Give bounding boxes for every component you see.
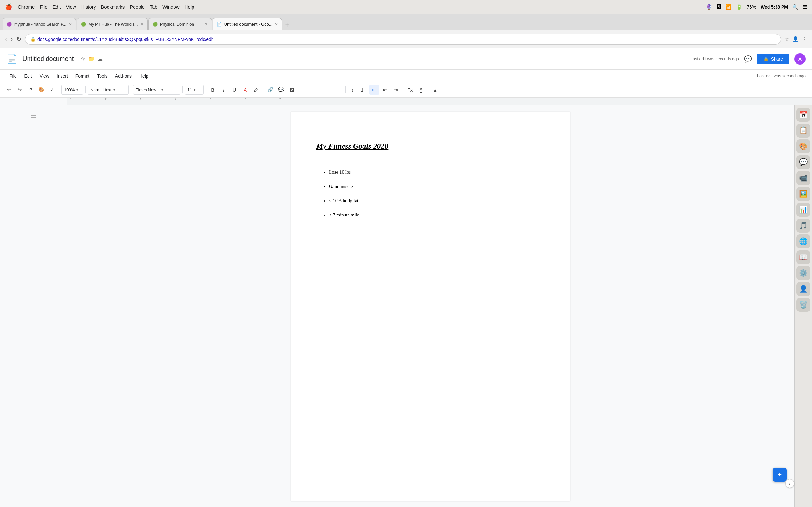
menu-item-tools[interactable]: Tools <box>94 72 111 80</box>
new-tab-button[interactable]: + <box>283 21 292 29</box>
expand-toolbar-button[interactable]: ▲ <box>430 84 440 95</box>
tab-close-docs[interactable]: ✕ <box>275 22 278 26</box>
sidebar-trash-icon[interactable]: 🗑️ <box>797 298 810 312</box>
sidebar-maps-icon[interactable]: 🌐 <box>797 234 810 248</box>
reload-button[interactable]: ↻ <box>16 36 21 43</box>
user-avatar[interactable]: A <box>794 53 806 65</box>
apple-menu[interactable]: 🍎 <box>5 3 12 10</box>
numbered-list-button[interactable]: 1≡ <box>358 84 368 95</box>
menu-item-view[interactable]: View <box>37 72 52 80</box>
insert-sidebar-button[interactable]: + <box>773 468 786 482</box>
list-item-1[interactable]: Lose 10 lbs <box>329 170 545 175</box>
size-selector[interactable]: 11 ▾ <box>185 84 204 95</box>
menu-history[interactable]: History <box>81 4 96 9</box>
menu-edit[interactable]: Edit <box>53 4 61 9</box>
cloud-icon[interactable]: ☁ <box>98 56 103 62</box>
tab-mypthub[interactable]: 🟣 mypthub - Yahoo Search P... ✕ <box>3 18 76 30</box>
sidebar-user-icon[interactable]: 👤 <box>797 282 810 296</box>
menu-item-format[interactable]: Format <box>72 72 93 80</box>
menu-window[interactable]: Window <box>162 4 179 9</box>
menu-item-edit[interactable]: Edit <box>21 72 35 80</box>
list-item-2[interactable]: Gain muscle <box>329 184 545 189</box>
menu-view[interactable]: View <box>66 4 76 9</box>
font-selector[interactable]: Times New... ▾ <box>133 84 181 95</box>
star-icon[interactable]: ☆ <box>81 56 85 62</box>
zoom-selector[interactable]: 100% ▾ <box>61 84 84 95</box>
tab-ptHub[interactable]: 🟢 My PT Hub - The World's... ✕ <box>77 18 148 30</box>
sidebar-sheets-icon[interactable]: 📊 <box>797 203 810 217</box>
increase-indent-button[interactable]: ⇥ <box>391 84 401 95</box>
print-button[interactable]: 🖨 <box>26 84 36 95</box>
collapse-sidebar-button[interactable]: ‹ <box>785 479 794 488</box>
tab-close-mypthub[interactable]: ✕ <box>69 22 72 26</box>
sidebar-chat-icon[interactable]: 💬 <box>797 155 810 169</box>
share-button[interactable]: 🔒 Share <box>757 54 789 64</box>
bold-button[interactable]: B <box>208 84 218 95</box>
clear-formatting-button[interactable]: Tx <box>405 84 415 95</box>
menu-item-addons[interactable]: Add-ons <box>112 72 135 80</box>
menu-item-insert[interactable]: Insert <box>54 72 71 80</box>
bookmark-star-icon[interactable]: ☆ <box>785 36 789 42</box>
back-button[interactable]: ‹ <box>5 36 7 43</box>
paint-format-button[interactable]: 🎨 <box>36 84 46 95</box>
align-right-button[interactable]: ≡ <box>322 84 333 95</box>
highlight-button[interactable]: 🖊 <box>251 84 261 95</box>
align-justify-button[interactable]: ≡ <box>334 84 344 95</box>
tab-close-physdom[interactable]: ✕ <box>205 22 208 26</box>
sidebar-photos-icon[interactable]: 🖼️ <box>797 187 810 201</box>
menu-help[interactable]: Help <box>185 4 194 9</box>
tab-docs[interactable]: 📄 Untitled document - Goo... ✕ <box>212 18 282 30</box>
align-left-button[interactable]: ≡ <box>301 84 311 95</box>
profile-icon[interactable]: 👤 <box>792 36 799 42</box>
menu-people[interactable]: People <box>130 4 145 9</box>
page-container[interactable]: My Fitness Goals 2020 Lose 10 lbs Gain m… <box>67 105 794 507</box>
insert-image-button[interactable]: 🖼 <box>287 84 297 95</box>
underline-button[interactable]: U <box>229 84 240 95</box>
redo-button[interactable]: ↪ <box>14 84 25 95</box>
tab-close-ptHub[interactable]: ✕ <box>141 22 144 26</box>
siri-icon[interactable]: 🔮 <box>706 4 712 10</box>
menu-item-help[interactable]: Help <box>136 72 152 80</box>
list-item-4[interactable]: < 7 minute mile <box>329 212 545 218</box>
address-bar[interactable]: 🔒 docs.google.com/document/d/11YXuckB8dt… <box>25 34 781 45</box>
link-button[interactable]: 🔗 <box>265 84 275 95</box>
align-center-button[interactable]: ≡ <box>312 84 322 95</box>
control-icon[interactable]: ☰ <box>803 4 807 10</box>
comment-button[interactable]: 💬 <box>744 55 752 63</box>
line-spacing-button[interactable]: ↕ <box>348 84 358 95</box>
search-icon[interactable]: 🔍 <box>792 4 798 10</box>
wifi-icon[interactable]: 📶 <box>726 4 732 10</box>
text-highlight-button[interactable]: A̲ <box>416 84 426 95</box>
font-color-button[interactable]: A <box>240 84 250 95</box>
menu-item-file[interactable]: File <box>6 72 20 80</box>
sidebar-books-icon[interactable]: 📖 <box>797 250 810 264</box>
spell-check-button[interactable]: ✓ <box>47 84 57 95</box>
list-item-3[interactable]: < 10% body fat <box>329 198 545 204</box>
style-selector[interactable]: Normal text ▾ <box>88 84 129 95</box>
italic-button[interactable]: I <box>218 84 229 95</box>
sidebar-music-icon[interactable]: 🎵 <box>797 219 810 233</box>
decrease-indent-button[interactable]: ⇤ <box>380 84 390 95</box>
folder-icon[interactable]: 📁 <box>88 56 95 62</box>
sidebar-color-icon[interactable]: 🎨 <box>797 139 810 153</box>
tab-physdom[interactable]: 🟢 Physical Dominion ✕ <box>148 18 212 30</box>
document-list[interactable]: Lose 10 lbs Gain muscle < 10% body fat <… <box>316 170 545 218</box>
undo-button[interactable]: ↩ <box>4 84 14 95</box>
sidebar-meet-icon[interactable]: 📹 <box>797 171 810 185</box>
menu-tab[interactable]: Tab <box>150 4 157 9</box>
insert-comment-button[interactable]: 💬 <box>276 84 286 95</box>
extensions-icon[interactable]: ⋮ <box>802 36 807 42</box>
menu-file[interactable]: File <box>40 4 47 9</box>
document-page[interactable]: My Fitness Goals 2020 Lose 10 lbs Gain m… <box>291 112 570 501</box>
doc-title-bar[interactable]: Untitled document <box>22 55 73 62</box>
menu-bookmarks[interactable]: Bookmarks <box>101 4 125 9</box>
sidebar-settings-icon[interactable]: ⚙️ <box>797 266 810 280</box>
bulleted-list-button[interactable]: •≡ <box>369 84 379 95</box>
forward-button[interactable]: › <box>11 36 13 43</box>
menu-chrome[interactable]: Chrome <box>18 4 35 9</box>
bluetooth-icon[interactable]: 🅱 <box>716 4 721 9</box>
outline-icon[interactable]: ☰ <box>31 112 36 119</box>
sidebar-calendar-icon[interactable]: 📅 <box>797 108 810 122</box>
sidebar-tasks-icon[interactable]: 📋 <box>797 124 810 137</box>
document-title[interactable]: My Fitness Goals 2020 <box>316 142 545 151</box>
